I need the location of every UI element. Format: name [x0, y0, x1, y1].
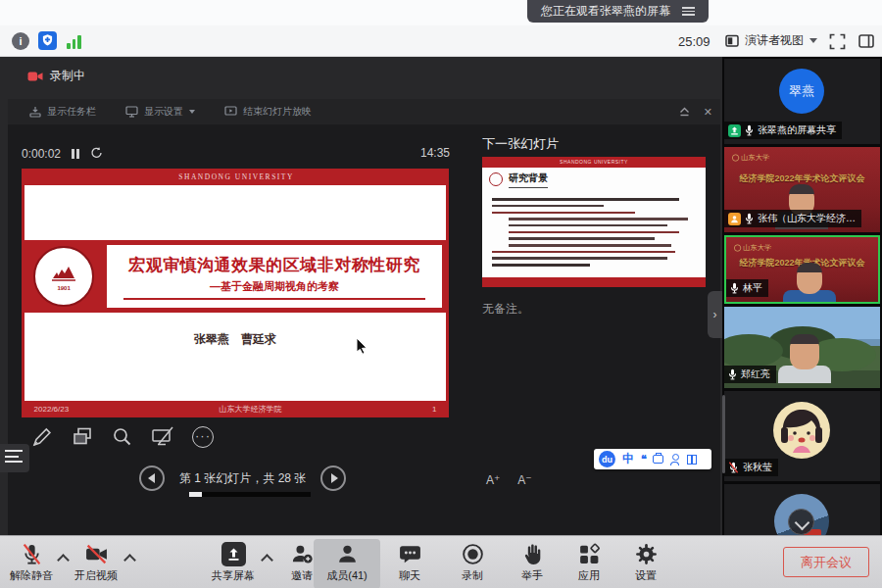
raise-hand-button[interactable]: 举手: [501, 542, 564, 583]
speaker-notes: 无备注。: [482, 301, 529, 318]
participant-tile-screen-share[interactable]: 翠燕 张翠燕的屏幕共享: [724, 59, 880, 144]
presenter-window: 显示任务栏 显示设置 结束幻灯片放映: [8, 99, 720, 535]
participant-face: [778, 336, 831, 383]
collapse-tiles-button[interactable]: [788, 509, 814, 535]
side-panel-toggle-button[interactable]: [858, 33, 874, 53]
panel-expand-handle[interactable]: ›: [708, 291, 722, 338]
participant-face: [783, 265, 836, 304]
mic-icon: [730, 282, 739, 294]
participant-tile-video[interactable]: 山东大学 经济学院2022年学术论文评议会 张伟（山东大学经济…: [724, 147, 880, 232]
screen-share-icon: [728, 124, 741, 137]
invite-person-icon: [290, 542, 315, 566]
pen-tool-icon[interactable]: [29, 424, 55, 450]
leave-meeting-button[interactable]: 离开会议: [783, 547, 869, 577]
ime-punctuation-toggle[interactable]: ❝: [641, 453, 646, 466]
reset-timer-icon[interactable]: [90, 146, 103, 162]
ime-account-icon[interactable]: [670, 454, 680, 465]
slide-school: 山东大学经济学院: [69, 404, 432, 415]
end-slideshow-button[interactable]: 结束幻灯片放映: [224, 105, 312, 119]
preview-university-name: SHANDONG UNIVERSITY: [482, 157, 706, 168]
current-slide[interactable]: SHANDONG UNIVERSITY 1901 宏观审慎沟通效果的区域非对称性…: [22, 169, 449, 417]
annotation-list-button[interactable]: [0, 444, 29, 472]
close-icon[interactable]: ✕: [704, 106, 712, 119]
next-slide-preview[interactable]: SHANDONG UNIVERSITY 研究背景: [482, 157, 706, 287]
mic-icon: [745, 213, 754, 224]
zoom-magnifier-icon[interactable]: [110, 424, 135, 450]
pin-window-icon[interactable]: [679, 106, 690, 119]
more-tools-icon[interactable]: ···: [190, 424, 216, 450]
mouse-cursor: [356, 337, 368, 355]
taskbar-icon: [29, 106, 41, 118]
participant-label: 郑红亮: [724, 366, 776, 383]
ime-language-toggle[interactable]: 中: [622, 451, 634, 467]
video-options-chevron[interactable]: [125, 554, 134, 563]
wall-clock: 14:35: [420, 146, 450, 160]
view-mode-button[interactable]: 演讲者视图: [725, 32, 817, 49]
participants-sidebar: 翠燕 张翠燕的屏幕共享 山东大学 经济学院2022年学术论文评议会: [722, 57, 882, 535]
sidebar-scrollbar[interactable]: [722, 395, 725, 473]
chat-bubble-icon: [398, 542, 422, 566]
watching-text: 您正在观看张翠燕的屏幕: [541, 3, 670, 20]
preview-slide-title: 研究背景: [509, 172, 548, 188]
fullscreen-button[interactable]: [829, 33, 846, 54]
slide-progress-bar: [189, 492, 311, 497]
hamburger-menu-icon[interactable]: [682, 7, 695, 16]
mic-icon: [745, 124, 754, 136]
slide-page-number: 1: [432, 405, 436, 414]
host-badge-icon: [728, 213, 741, 225]
members-button[interactable]: 成员(41): [314, 539, 380, 588]
monitor-icon: [125, 106, 138, 118]
settings-button[interactable]: 设置: [614, 542, 677, 583]
meeting-duration: 25:09: [678, 34, 710, 49]
mic-icon: [728, 368, 737, 380]
laser-pointer-icon[interactable]: [150, 424, 175, 450]
all-slides-icon[interactable]: [70, 424, 95, 450]
avatar: 翠燕: [779, 69, 824, 114]
share-screen-button[interactable]: 共享屏幕: [202, 542, 265, 583]
recording-camera-icon: [27, 70, 43, 83]
view-mode-label: 演讲者视图: [745, 32, 804, 49]
university-logo: 1901: [33, 246, 94, 307]
slide-title: 宏观审慎沟通效果的区域非对称性研究: [128, 254, 420, 276]
next-slide-label: 下一张幻灯片: [482, 135, 559, 153]
share-screen-icon: [221, 542, 246, 566]
font-increase-button[interactable]: A⁺: [486, 473, 500, 487]
show-taskbar-button[interactable]: 显示任务栏: [29, 105, 96, 119]
shared-screen-area: 录制中 显示任务栏 显示设置 结束幻灯片放映: [0, 57, 722, 535]
participant-tile-video[interactable]: 郑红亮: [724, 307, 880, 388]
preview-header-band: SHANDONG UNIVERSITY: [482, 157, 706, 168]
participant-tile-avatar[interactable]: 张秋莹: [724, 391, 880, 481]
apps-grid-icon: [577, 542, 602, 566]
slide-title-band: 1901 宏观审慎沟通效果的区域非对称性研究 —基于金融周期视角的考察: [24, 240, 446, 313]
font-decrease-button[interactable]: A⁻: [517, 473, 531, 487]
ime-logo[interactable]: du: [599, 451, 615, 467]
members-person-icon: [335, 542, 360, 566]
slide-navigation: 第 1 张幻灯片，共 28 张: [139, 466, 346, 491]
chat-button[interactable]: 聊天: [378, 542, 441, 583]
participant-tile-video active-speaker[interactable]: 山东大学 经济学院2022年学术论文评议会 林平: [724, 235, 880, 304]
display-settings-button[interactable]: 显示设置: [125, 105, 195, 119]
start-video-button[interactable]: 开启视频: [65, 542, 127, 583]
apps-button[interactable]: 应用: [558, 542, 620, 583]
previous-slide-button[interactable]: [139, 466, 165, 491]
slide-subtitle: —基于金融周期视角的考察: [210, 279, 339, 294]
pause-timer-icon[interactable]: [72, 149, 79, 159]
meeting-info-icon[interactable]: i: [12, 32, 29, 50]
watching-banner[interactable]: 您正在观看张翠燕的屏幕: [527, 0, 709, 23]
network-signal-icon[interactable]: [67, 35, 81, 49]
participant-label: 张秋莹: [724, 459, 778, 476]
raised-hand-icon: [520, 542, 545, 566]
ime-grid-icon[interactable]: [687, 455, 697, 465]
security-shield-icon[interactable]: [38, 31, 57, 54]
logo-year: 1901: [57, 284, 70, 291]
university-logo-text: 山东大学: [734, 243, 771, 253]
camera-off-icon: [84, 542, 109, 566]
slide-footer-band: 2022/6/23 山东大学经济学院 1: [24, 401, 446, 417]
ime-toolbox-icon[interactable]: [653, 455, 663, 464]
wps-toolbar: 显示任务栏 显示设置 结束幻灯片放映: [8, 99, 720, 124]
record-button[interactable]: 录制: [441, 542, 504, 583]
unmute-button[interactable]: 解除静音: [0, 542, 63, 583]
slideshow-icon: [224, 106, 237, 118]
next-slide-button[interactable]: [320, 466, 346, 491]
university-logo-text: 山东大学: [732, 153, 769, 163]
